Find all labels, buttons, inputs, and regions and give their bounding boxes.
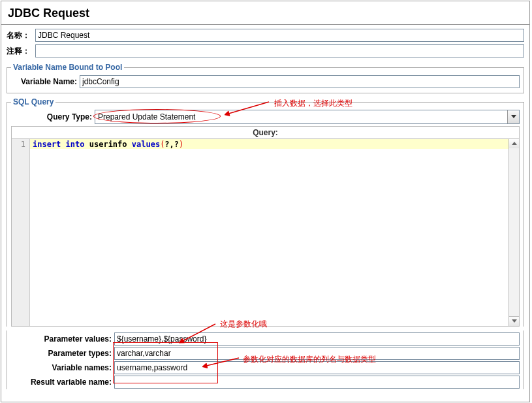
name-input[interactable] — [35, 29, 524, 42]
result-variable-name-input[interactable] — [114, 376, 520, 389]
vertical-scrollbar[interactable] — [509, 139, 519, 326]
variable-name-label: Variable Name: — [11, 77, 80, 86]
query-type-select[interactable]: Prepared Update Statement — [95, 110, 520, 124]
svg-marker-1 — [512, 142, 517, 145]
sql-code-text: insert into userinfo values(?,?) — [33, 140, 506, 149]
pool-legend: Variable Name Bound to Pool — [11, 63, 124, 72]
result-variable-name-label: Result variable name: — [11, 378, 114, 387]
parameter-types-label: Parameter types: — [11, 349, 114, 358]
comment-label: 注释： — [7, 46, 35, 57]
query-header: Query: — [11, 126, 520, 138]
variable-names-label: Variable names: — [11, 363, 114, 372]
name-label: 名称： — [7, 30, 35, 41]
comment-input[interactable] — [35, 44, 524, 57]
scroll-up-button[interactable] — [509, 138, 520, 149]
sql-query-legend: SQL Query — [11, 97, 55, 106]
query-type-value: Prepared Update Statement — [95, 112, 507, 122]
dropdown-button[interactable] — [507, 110, 519, 123]
variable-name-input[interactable] — [80, 75, 520, 88]
title-divider — [1, 24, 529, 25]
svg-marker-2 — [512, 319, 517, 323]
chevron-down-icon — [511, 115, 516, 119]
query-type-label: Query Type: — [11, 112, 95, 121]
page-title: JDBC Request — [1, 1, 529, 23]
svg-marker-0 — [511, 115, 516, 118]
parameter-values-input[interactable] — [114, 332, 520, 346]
pool-fieldset: Variable Name Bound to Pool Variable Nam… — [7, 63, 524, 93]
scroll-track[interactable] — [509, 148, 519, 317]
parameter-types-input[interactable] — [114, 347, 520, 360]
scroll-down-button[interactable] — [509, 316, 520, 327]
parameter-values-label: Parameter values: — [11, 334, 114, 344]
line-gutter: 1 — [12, 139, 30, 326]
variable-names-input[interactable] — [114, 361, 520, 374]
query-editor[interactable]: 1 insert into userinfo values(?,?) — [11, 138, 520, 327]
sql-query-fieldset: SQL Query Query Type: Prepared Update St… — [7, 97, 524, 327]
